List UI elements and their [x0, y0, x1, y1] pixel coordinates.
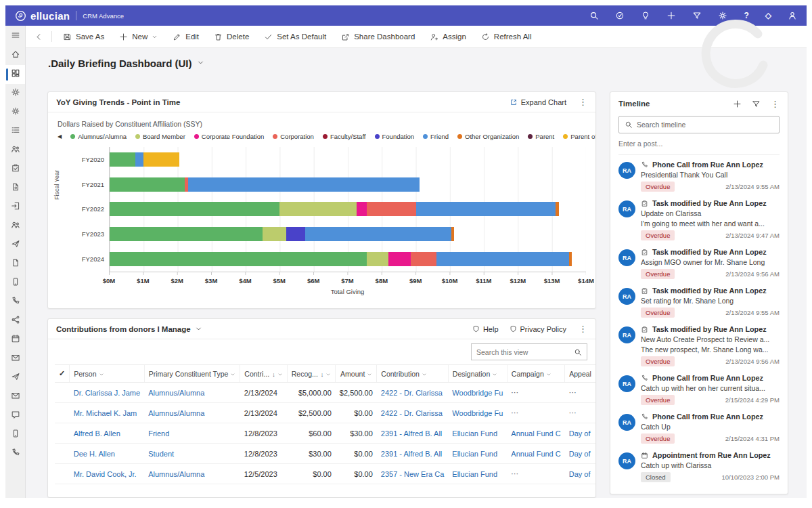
sidebar-item-mail[interactable] — [5, 350, 25, 368]
delete-button[interactable]: Delete — [207, 29, 256, 45]
timeline-entry[interactable]: RATask modified by Rue Ann LopezUpdate o… — [618, 195, 780, 244]
share-dashboard-button[interactable]: Share Dashboard — [334, 29, 422, 45]
sidebar-item-file-export[interactable] — [5, 179, 25, 198]
legend-item[interactable]: Corporation — [273, 133, 314, 140]
cell-contribution[interactable]: 2391 - Alfred B. All — [377, 444, 449, 464]
bar-segment[interactable] — [110, 227, 263, 241]
cell-person[interactable]: Dee H. Allen — [70, 444, 144, 464]
cell-designation[interactable]: Ellucian Fund — [448, 423, 507, 444]
cell-appeal[interactable]: Day of — [565, 444, 595, 464]
legend-scroll-left-icon[interactable]: ◀ — [58, 133, 62, 140]
table-row[interactable]: Alfred B. AllenFriend12/8/2023$60.00$30.… — [55, 423, 595, 444]
bar-segment[interactable] — [110, 177, 185, 192]
privacy-policy-link[interactable]: Privacy Policy — [510, 325, 566, 333]
bar-segment[interactable] — [135, 152, 144, 167]
assign-button[interactable]: Assign — [423, 29, 473, 45]
sidebar-item-people-2[interactable] — [5, 217, 25, 236]
timeline-entry[interactable]: RAAppointment from Rue Ann LopezCatch up… — [618, 447, 780, 486]
new-button[interactable]: New — [112, 29, 164, 45]
help-icon[interactable]: ? — [744, 11, 748, 20]
cell-campaign[interactable]: ⋯ — [507, 383, 564, 403]
set-as-default-button[interactable]: Set As Default — [257, 29, 333, 45]
sidebar-item-sync[interactable] — [5, 103, 25, 122]
back-button[interactable] — [30, 28, 47, 45]
cell-appeal[interactable]: Day of — [565, 464, 595, 484]
cell-person[interactable]: Alfred B. Allen — [70, 423, 144, 444]
bar-segment[interactable] — [367, 202, 416, 216]
row-select-cell[interactable] — [55, 403, 70, 423]
column-header-primaryconstituenttype[interactable]: Primary Constituent Type — [144, 365, 240, 383]
cell-campaign[interactable]: ⋯ — [507, 403, 564, 423]
chart-more-menu[interactable]: ⋮ — [579, 98, 587, 106]
bar-segment[interactable] — [367, 252, 389, 266]
sidebar-item-send[interactable] — [5, 236, 25, 255]
sidebar-item-people[interactable] — [5, 141, 25, 160]
target-icon[interactable] — [615, 11, 625, 20]
timeline-entry[interactable]: RAPhone Call from Rue Ann LopezPresident… — [618, 156, 780, 195]
bar-segment[interactable] — [436, 252, 569, 266]
bar-segment[interactable] — [451, 227, 454, 241]
cell-designation[interactable]: Ellucian Fund — [448, 464, 507, 484]
sidebar-item-file[interactable] — [5, 255, 25, 274]
search-icon[interactable] — [589, 11, 599, 20]
row-select-cell[interactable] — [55, 444, 70, 464]
table-row[interactable]: Dee H. AllenStudent12/8/2023$30.00$0.002… — [55, 444, 595, 464]
column-header-contri[interactable]: Contri...↓ — [240, 365, 287, 383]
legend-item[interactable]: Other Organization — [457, 133, 519, 140]
bar-segment[interactable] — [279, 202, 356, 216]
bar-segment[interactable] — [286, 227, 305, 241]
sidebar-item-phone-2[interactable] — [5, 444, 25, 463]
column-header-campaign[interactable]: Campaign — [507, 365, 564, 383]
column-header-designation[interactable]: Designation — [448, 365, 507, 383]
timeline-entry[interactable]: RAPhone Call from Rue Ann LopezCatch up … — [618, 370, 780, 408]
legend-item[interactable]: Friend — [423, 133, 449, 140]
sidebar-item-send-2[interactable] — [5, 368, 25, 387]
timeline-entry[interactable]: RATask modified by Rue Ann LopezAssign M… — [618, 244, 780, 282]
help-link[interactable]: Help — [472, 325, 499, 333]
legend-item[interactable]: Foundation — [375, 133, 415, 140]
view-search-input[interactable] — [476, 348, 574, 356]
sidebar-item-mobile-2[interactable] — [5, 425, 25, 444]
cell-contribution[interactable]: 2422 - Dr. Clarissa — [377, 403, 449, 423]
sidebar-item-chat[interactable] — [5, 406, 25, 425]
timeline-search-input[interactable] — [637, 121, 773, 129]
cell-primaryconstituenttype[interactable]: Friend — [144, 423, 240, 444]
cell-person[interactable]: Mr. Michael K. Jam — [70, 403, 144, 423]
column-header-amount[interactable]: Amount — [336, 365, 377, 383]
column-header-appeal[interactable]: Appeal — [565, 365, 595, 383]
sidebar-item-sign-in[interactable] — [5, 198, 25, 217]
legend-item[interactable]: Alumnus/Alumna — [70, 133, 127, 140]
cell-appeal[interactable]: ⋯ — [565, 403, 595, 423]
bar-segment[interactable] — [305, 227, 451, 241]
bar-segment[interactable] — [110, 252, 367, 266]
sidebar-item-dashboard[interactable] — [5, 65, 25, 84]
stacked-bar[interactable] — [110, 252, 586, 266]
sidebar-item-menu[interactable] — [5, 27, 25, 46]
sidebar-item-share-network[interactable] — [5, 312, 25, 331]
timeline-entry[interactable]: RAPhone Call from Rue Ann LopezCatch UpO… — [618, 408, 780, 447]
cell-campaign[interactable]: Annual Fund C — [507, 423, 564, 444]
cell-primaryconstituenttype[interactable]: Alumnus/Alumna — [144, 383, 240, 403]
bar-segment[interactable] — [388, 252, 411, 266]
feedback-icon[interactable]: ◇ — [765, 11, 771, 20]
cell-contribution[interactable]: 2422 - Dr. Clarissa — [377, 383, 449, 403]
cell-contribution[interactable]: 2357 - New Era Ca — [377, 464, 449, 484]
sidebar-item-calendar[interactable] — [5, 331, 25, 350]
cell-primaryconstituenttype[interactable]: Alumnus/Alumna — [144, 403, 240, 423]
legend-item[interactable]: Parent — [528, 133, 554, 140]
refresh-all-button[interactable]: Refresh All — [474, 29, 539, 45]
table-row[interactable]: Dr. Clarissa J. JameAlumnus/Alumna2/13/2… — [55, 383, 595, 403]
cell-campaign[interactable]: Annual Fund C — [507, 444, 564, 464]
legend-item[interactable]: Faculty/Staff — [323, 133, 366, 140]
bar-segment[interactable] — [143, 152, 179, 167]
timeline-more-menu[interactable]: ⋮ — [771, 100, 780, 108]
sidebar-item-mail-2[interactable] — [5, 387, 25, 406]
row-select-cell[interactable] — [55, 383, 70, 403]
cell-contribution[interactable]: 2391 - Alfred B. All — [377, 423, 449, 444]
column-header-person[interactable]: Person — [70, 365, 144, 383]
legend-item[interactable]: Corporate Foundation — [194, 133, 264, 140]
sidebar-item-list[interactable] — [5, 122, 25, 141]
bar-segment[interactable] — [110, 202, 279, 216]
cell-designation[interactable]: Ellucian Fund — [448, 444, 507, 464]
cell-person[interactable]: Mr. David Cook, Jr. — [70, 464, 144, 484]
